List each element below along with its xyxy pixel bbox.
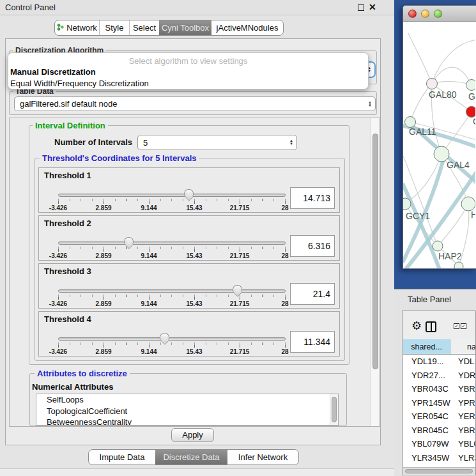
tick-label: -3.426 — [49, 252, 67, 259]
dropdown-item-equal-width-frequency-discretization[interactable]: Equal Width/Frequency Discretization — [10, 79, 149, 88]
network-window-titlebar[interactable] — [403, 6, 476, 22]
tab-jactivemnodules[interactable]: jActiveMNodules — [211, 20, 283, 35]
clipped-node-bottom[interactable] — [454, 262, 463, 268]
column-split-icon[interactable] — [426, 321, 436, 332]
table-cell-name[interactable]: YDR2 — [452, 371, 476, 380]
tick-label: -3.426 — [49, 204, 67, 211]
table-row[interactable]: YDL19...YDL1 — [403, 355, 476, 369]
tick-label: 15.43 — [186, 252, 202, 259]
attribute-item-selfloops[interactable]: SelfLoops — [36, 394, 338, 406]
table-row[interactable]: YBL079WYBL0 — [403, 437, 476, 451]
stepper-icon: ▲▼ — [368, 101, 372, 107]
threshold-3-value-field[interactable]: 21.4 — [290, 283, 335, 305]
close-icon[interactable]: ✕ — [369, 2, 376, 12]
table-data-combo[interactable]: galFiltered.sif default node ▲▼ — [14, 96, 376, 111]
table-cell-shared-name[interactable]: YER054C — [403, 411, 452, 421]
float-window-icon[interactable] — [358, 4, 364, 11]
threshold-2-slider-track[interactable] — [58, 242, 286, 245]
minimize-traffic-light[interactable] — [421, 10, 429, 18]
attribute-item-betweennesscentrality[interactable]: BetweennessCentrality — [36, 417, 338, 426]
network-canvas[interactable]: GAL80GACGAL11GAL4GCY1HHAP2 — [403, 22, 475, 268]
table-cell-name[interactable]: YPR1 — [452, 398, 476, 408]
table-row[interactable]: YLR345WYLR3 — [403, 451, 476, 465]
list-scrollbar-thumb[interactable] — [332, 397, 337, 422]
table-row[interactable]: YBR045CYBR0 — [403, 424, 476, 438]
table-panel-title: Table Panel — [408, 295, 451, 304]
threshold-1-slider-thumb[interactable] — [184, 189, 194, 196]
bottom-tab-infer-network[interactable]: Infer Network — [227, 450, 298, 464]
red-node[interactable] — [466, 107, 476, 118]
horizontal-scrollbar-thumb[interactable] — [405, 469, 473, 473]
table-cell-name[interactable]: YBL0 — [452, 439, 476, 449]
table-cell-name[interactable]: YLR3 — [452, 453, 476, 463]
tick-label: 28 — [281, 204, 288, 211]
tab-style[interactable]: Style — [99, 20, 129, 35]
table-cell-name[interactable]: YBR0 — [452, 426, 476, 435]
slider-ticks — [58, 295, 286, 300]
threshold-1-value-field[interactable]: 14.713 — [290, 187, 335, 209]
H-node[interactable] — [461, 197, 475, 211]
threshold-4-panel: Threshold 4-3.4262.8599.14415.4321.71528… — [38, 311, 340, 357]
threshold-3-slider-track[interactable] — [58, 289, 286, 293]
node-label-ga: GA — [468, 91, 475, 102]
table-cell-shared-name[interactable]: YDR27... — [403, 371, 452, 380]
threshold-2-value-field[interactable]: 6.316 — [290, 235, 335, 257]
GAL11-node[interactable] — [405, 117, 416, 128]
threshold-1-slider-track[interactable] — [58, 194, 286, 197]
table-cell-shared-name[interactable]: YBL079W — [403, 439, 452, 449]
threshold-2-panel: Threshold 2-3.4262.8599.14415.4321.71528… — [38, 215, 340, 261]
threshold-3-slider-thumb[interactable] — [233, 285, 242, 292]
GAL80-node[interactable] — [427, 79, 438, 89]
list-scrollbar-track[interactable] — [330, 394, 338, 425]
column-header-shared-name[interactable]: shared... — [403, 339, 450, 354]
dropdown-item-manual-discretization[interactable]: Manual Discretization — [10, 67, 96, 77]
tab-network[interactable]: Network — [55, 20, 99, 35]
bottom-tab-impute-data[interactable]: Impute Data — [89, 450, 155, 464]
gear-icon[interactable]: ⚙ — [411, 320, 422, 332]
table-row[interactable]: YER054CYER0 — [403, 410, 476, 424]
slider-ticks — [58, 199, 286, 204]
node-label-gal11: GAL11 — [409, 127, 436, 137]
tab-cyni-toolbox[interactable]: Cyni Toolbox — [159, 20, 211, 35]
threshold-2-slider-thumb[interactable] — [124, 237, 134, 244]
table-row[interactable]: YBR043CYBR0 — [403, 382, 476, 396]
numerical-attributes-list[interactable]: SelfLoopsTopologicalCoefficientBetweenne… — [36, 394, 339, 426]
checkbox-icon[interactable]: ✓ — [461, 323, 466, 329]
horizontal-scrollbar-track[interactable] — [403, 467, 476, 474]
table-cell-shared-name[interactable]: YBR043C — [403, 384, 452, 394]
table-cell-name[interactable]: YBR0 — [452, 384, 476, 394]
tab-network-label: Network — [66, 23, 97, 33]
threshold-3-label: Threshold 3 — [44, 266, 91, 276]
table-cell-shared-name[interactable]: YDL19... — [403, 357, 452, 366]
clipped-node-top-right[interactable] — [466, 80, 476, 91]
number-of-intervals-combo[interactable]: 5 ▲▼ — [137, 135, 297, 150]
network-graph: GAL80GACGAL11GAL4GCY1HHAP2 — [403, 22, 475, 268]
attribute-item-topologicalcoefficient[interactable]: TopologicalCoefficient — [36, 406, 338, 417]
table-cell-name[interactable]: YER0 — [452, 411, 476, 421]
HAP2-node[interactable] — [433, 241, 443, 251]
tick-label: -3.426 — [49, 348, 67, 355]
tick-label: 21.715 — [230, 252, 250, 259]
close-traffic-light[interactable] — [408, 10, 417, 18]
checkbox-icon[interactable]: ✓ — [454, 323, 459, 329]
table-row[interactable]: YDR27...YDR2 — [403, 369, 476, 383]
node-label-h: H — [471, 210, 475, 220]
column-header-name[interactable]: na — [450, 339, 476, 354]
bottom-tab-discretize-data[interactable]: Discretize Data — [155, 450, 227, 464]
table-cell-shared-name[interactable]: YPR145W — [403, 398, 452, 408]
apply-button[interactable]: Apply — [171, 428, 214, 442]
threshold-4-slider-thumb[interactable] — [160, 333, 169, 340]
threshold-1-panel: Threshold 1-3.4262.8599.14415.4321.71528… — [38, 167, 340, 213]
vertical-scrollbar-track[interactable] — [371, 118, 380, 426]
threshold-4-value-field[interactable]: 11.344 — [290, 331, 335, 353]
table-header-row: shared... na — [403, 339, 476, 355]
tick-label: 15.43 — [186, 300, 202, 307]
table-cell-name[interactable]: YDL1 — [452, 357, 476, 366]
tab-select[interactable]: Select — [129, 20, 159, 35]
table-cell-shared-name[interactable]: YLR345W — [403, 453, 452, 463]
threshold-4-slider-track[interactable] — [58, 337, 286, 341]
zoom-traffic-light[interactable] — [434, 10, 442, 18]
table-cell-shared-name[interactable]: YBR045C — [403, 426, 452, 435]
table-row[interactable]: YPR145WYPR1 — [403, 396, 476, 410]
vertical-scrollbar-thumb[interactable] — [372, 134, 378, 369]
